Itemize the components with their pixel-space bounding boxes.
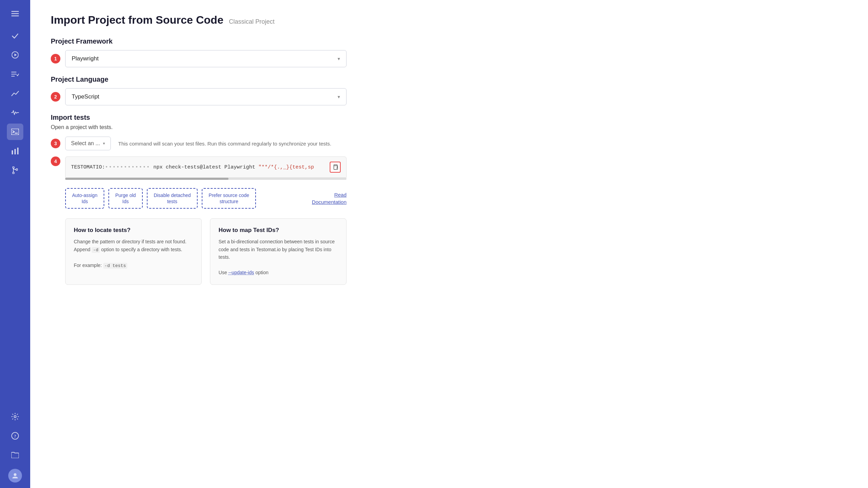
svg-rect-1 [11,13,19,14]
auto-assign-ids-button[interactable]: Auto-assignIds [65,188,104,209]
info-card-locate: How to locate tests? Change the pattern … [65,218,202,285]
select-an-dropdown[interactable]: Select an ... ▾ [65,137,111,150]
tasks-check-icon[interactable] [7,66,23,82]
framework-label: Project Framework [51,37,847,45]
command-block: TESTOMATIO:•••••••••••• npx check-tests@… [65,156,347,184]
step3-badge: 3 [51,139,60,148]
select-an-arrow: ▾ [103,141,105,146]
info-card-map-body: Set a bi-directional connection between … [219,238,338,276]
svg-point-15 [16,169,18,171]
hamburger-icon[interactable] [7,5,23,22]
pulse-icon[interactable] [7,104,23,121]
branch-icon[interactable] [7,162,23,178]
step1-badge: 1 [51,54,60,63]
main-content: Import Project from Source Code Classica… [30,0,868,488]
svg-marker-4 [14,54,17,56]
language-step-row: 2 TypeScript ▾ [51,88,847,105]
sidebar: ? [0,0,30,488]
chart-bar-icon[interactable] [7,143,23,159]
svg-text:?: ? [14,433,16,439]
purge-old-ids-button[interactable]: Purge oldIds [108,188,143,209]
trend-icon[interactable] [7,85,23,102]
select-an-label: Select an ... [71,140,100,147]
svg-point-14 [13,172,14,174]
scrollbar-thumb [65,178,228,180]
framework-dropdown[interactable]: Playwright ▾ [65,50,347,67]
update-ids-link[interactable]: --update-ids [228,270,254,275]
read-documentation-link[interactable]: ReadDocumentation [312,191,347,206]
svg-rect-12 [17,148,19,154]
user-avatar[interactable] [8,469,22,483]
import-title: Import tests [51,114,847,121]
page-title-row: Import Project from Source Code Classica… [51,14,847,26]
info-card-locate-body: Change the pattern or directory if tests… [74,238,193,269]
command-line: TESTOMATIO:•••••••••••• npx check-tests@… [65,156,347,178]
options-row: Auto-assignIds Purge oldIds Disable deta… [65,188,347,209]
command-body: npx check-tests@latest Playwright [150,164,258,170]
step4-badge: 4 [51,156,60,166]
prefer-source-code-structure-button[interactable]: Prefer source codestructure [202,188,256,209]
svg-point-17 [14,416,16,418]
svg-rect-11 [14,149,16,154]
help-icon[interactable]: ? [7,428,23,444]
disable-detached-tests-button[interactable]: Disable detachedtests [147,188,198,209]
step3-hint: This command will scan your test files. … [118,141,331,147]
framework-dropdown-value: Playwright [72,55,98,62]
page-title: Import Project from Source Code [51,14,223,26]
svg-rect-2 [11,15,19,16]
check-icon[interactable] [7,27,23,44]
scrollbar-track[interactable] [65,178,347,180]
svg-rect-10 [12,150,13,154]
framework-step-row: 1 Playwright ▾ [51,50,847,67]
command-key: •••••••••••• [105,164,150,170]
svg-rect-8 [11,129,19,135]
language-dropdown-chevron: ▾ [338,94,340,100]
command-text: TESTOMATIO:•••••••••••• npx check-tests@… [71,164,314,170]
info-cards: How to locate tests? Change the pattern … [65,218,347,285]
import-desc: Open a project with tests. [51,124,847,130]
step3-row: 3 Select an ... ▾ This command will scan… [51,137,847,150]
svg-rect-0 [11,11,19,12]
language-dropdown[interactable]: TypeScript ▾ [65,88,347,105]
svg-point-13 [13,167,14,169]
language-label: Project Language [51,75,847,83]
play-icon[interactable] [7,47,23,63]
step2-badge: 2 [51,92,60,102]
settings-icon[interactable] [7,408,23,425]
info-card-locate-title: How to locate tests? [74,227,193,234]
language-dropdown-value: TypeScript [72,93,99,100]
info-card-map: How to map Test IDs? Set a bi-directiona… [210,218,347,285]
page-subtitle: Classical Project [229,18,274,25]
command-prefix: TESTOMATIO: [71,164,105,170]
framework-dropdown-chevron: ▾ [338,56,340,61]
svg-point-20 [14,473,16,476]
info-card-map-title: How to map Test IDs? [219,227,338,234]
terminal-icon[interactable] [7,124,23,140]
step4-row: 4 TESTOMATIO:•••••••••••• npx check-test… [51,156,847,184]
command-str: "**/*{.,_}{test,sp [258,164,314,170]
folder-icon[interactable] [7,447,23,463]
copy-button[interactable] [330,162,341,173]
